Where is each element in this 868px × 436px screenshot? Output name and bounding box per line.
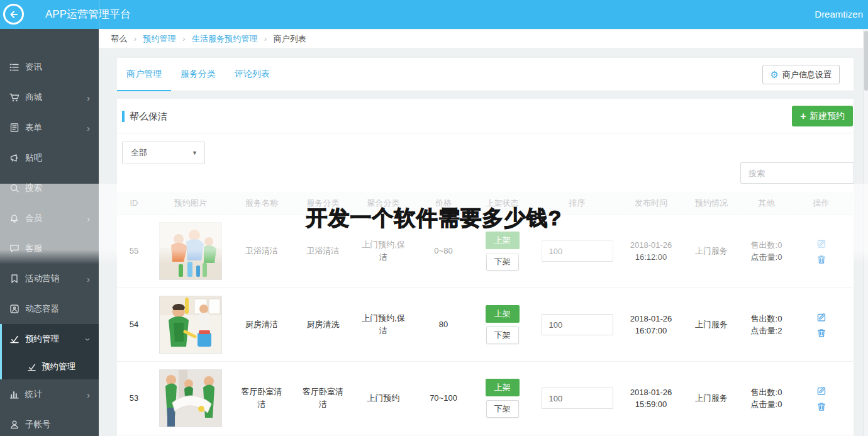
sidebar-subitem-booking[interactable]: 预约管理: [2, 354, 99, 379]
chevron-right-icon: ›: [87, 213, 90, 224]
col-category: 服务分类: [293, 192, 353, 214]
trash-icon[interactable]: [816, 328, 826, 338]
sidebar-item-forms[interactable]: 表单 ›: [0, 113, 99, 143]
bell-icon: [9, 213, 19, 223]
cell-other: 售出数:0点击量:0: [743, 215, 789, 288]
service-photo[interactable]: [159, 369, 222, 427]
search-icon: [9, 183, 19, 193]
breadcrumb-current: 商户列表: [274, 34, 306, 43]
service-photo[interactable]: [159, 222, 222, 280]
tab-service-category[interactable]: 服务分类: [171, 58, 225, 91]
off-shelf-button[interactable]: 下架: [486, 327, 519, 344]
search-input[interactable]: [740, 162, 854, 184]
cell-service-name: 卫浴清洁: [230, 215, 293, 288]
table-row: 55 卫浴清洁 卫浴清洁 上门预约,保洁 0~80 上架 下架 2018-01-…: [117, 215, 853, 288]
cell-aggregate: 上门预约: [353, 362, 414, 435]
cell-id: 53: [117, 362, 151, 435]
vertical-scrollbar: [863, 29, 868, 436]
sidebar-group-booking: 预约管理 › 预约管理: [0, 324, 99, 379]
cell-price: 80: [414, 288, 473, 361]
form-icon: [9, 123, 19, 133]
col-aggregate: 聚合分类: [353, 192, 414, 214]
user-icon: [9, 420, 19, 430]
cell-price: 0~80: [414, 215, 473, 288]
col-booking-type: 预约情况: [679, 192, 743, 214]
stats-icon: [9, 389, 19, 400]
sidebar-item-search[interactable]: 搜索: [0, 173, 99, 203]
cart-icon: [9, 92, 19, 103]
new-booking-button[interactable]: + 新建预约: [792, 106, 853, 126]
back-button[interactable]: [3, 4, 24, 25]
chat-icon: [9, 243, 19, 254]
sidebar-item-members[interactable]: 会员 ›: [0, 203, 99, 233]
sort-input[interactable]: [542, 314, 613, 335]
cell-category: 厨房清洗: [293, 288, 353, 361]
off-shelf-button[interactable]: 下架: [486, 253, 519, 271]
cell-publish-time: 2018-01-2615:59:00: [623, 362, 679, 435]
col-actions: 操作: [789, 192, 853, 214]
sidebar-item-forum[interactable]: 贴吧: [0, 143, 99, 173]
col-publish-time: 发布时间: [623, 192, 679, 214]
breadcrumb: 帮么 › 预约管理 › 生活服务预约管理 › 商户列表: [99, 30, 868, 49]
sidebar-item-containers[interactable]: 动态容器: [0, 294, 99, 324]
cell-booking-type: 上门服务: [679, 362, 743, 435]
chevron-right-icon: ›: [87, 92, 90, 103]
tab-merchant-management[interactable]: 商户管理: [117, 58, 171, 91]
sidebar-item-mall[interactable]: 商城 ›: [0, 82, 99, 113]
caret-down-icon: ▼: [192, 150, 198, 156]
on-shelf-button[interactable]: 上架: [486, 232, 520, 249]
cell-aggregate: 上门预约,保洁: [353, 215, 414, 288]
service-photo[interactable]: [159, 296, 222, 354]
edit-icon[interactable]: [816, 312, 826, 322]
sort-input[interactable]: [542, 388, 613, 409]
panel-title: 帮么保洁: [130, 111, 167, 123]
list-icon: [9, 62, 19, 72]
app-window: APP运营管理平台 Dreamtizen 资讯 商城 › 表单 › 贴吧: [0, 0, 868, 436]
brand-link[interactable]: Dreamtizen: [815, 0, 863, 29]
category-filter-select[interactable]: 全部 ▼: [122, 142, 205, 164]
cell-service-name: 厨房清洁: [230, 288, 293, 361]
sidebar-item-booking[interactable]: 预约管理 ›: [2, 324, 99, 354]
sidebar-item-marketing[interactable]: 活动营销 ›: [0, 264, 99, 294]
bookmark-icon: [9, 274, 19, 284]
cell-category: 卫浴清洁: [293, 215, 353, 288]
cell-id: 54: [117, 288, 151, 361]
breadcrumb-link-life-service[interactable]: 生活服务预约管理: [192, 34, 257, 43]
sidebar-item-support[interactable]: 客服: [0, 233, 99, 264]
cell-service-name: 客厅卧室清洁: [230, 362, 293, 435]
edit-icon[interactable]: [816, 238, 826, 249]
sort-input[interactable]: [542, 240, 613, 262]
cell-publish-time: 2018-01-2616:07:00: [623, 288, 679, 361]
col-price: 价格: [414, 192, 473, 214]
breadcrumb-separator: ›: [134, 34, 136, 43]
breadcrumb-home: 帮么: [111, 34, 127, 43]
table-row: 54 厨房清洁 厨房清洗 上门预约,保洁 80 上架 下架 2018-01-26…: [117, 288, 853, 362]
sidebar-item-news[interactable]: 资讯: [0, 52, 99, 82]
breadcrumb-separator: ›: [182, 34, 185, 43]
on-shelf-button[interactable]: 上架: [486, 305, 520, 323]
col-id: ID: [117, 192, 151, 214]
on-shelf-button[interactable]: 上架: [486, 379, 520, 396]
chevron-right-icon: ›: [87, 123, 90, 133]
cell-booking-type: 上门服务: [679, 215, 743, 288]
chevron-right-icon: ›: [87, 274, 90, 284]
trash-icon[interactable]: [816, 401, 826, 411]
tab-comment-list[interactable]: 评论列表: [225, 58, 279, 91]
merchant-panel: 帮么保洁 + 新建预约 全部 ▼ ID 预约图片 服务名称 服务分类 聚合分类 …: [117, 99, 854, 436]
cell-other: 售出数:0点击量:2: [743, 288, 789, 361]
sidebar-item-stats[interactable]: 统计 ›: [0, 379, 99, 410]
breadcrumb-separator: ›: [264, 34, 267, 43]
col-other: 其他: [743, 192, 789, 214]
col-sort: 排序: [531, 192, 623, 214]
edit-icon[interactable]: [816, 386, 826, 396]
breadcrumb-link-booking[interactable]: 预约管理: [143, 34, 176, 43]
col-service-name: 服务名称: [230, 192, 293, 214]
sidebar-item-subaccount[interactable]: 子帐号: [0, 410, 99, 436]
chevron-down-icon: ›: [83, 338, 94, 341]
cell-booking-type: 上门服务: [679, 288, 743, 361]
scrollbar-thumb[interactable]: [864, 31, 868, 91]
trash-icon[interactable]: [816, 254, 826, 264]
off-shelf-button[interactable]: 下架: [486, 400, 519, 418]
megaphone-icon: [9, 153, 19, 163]
merchant-settings-button[interactable]: ⚙ 商户信息设置: [762, 65, 840, 84]
